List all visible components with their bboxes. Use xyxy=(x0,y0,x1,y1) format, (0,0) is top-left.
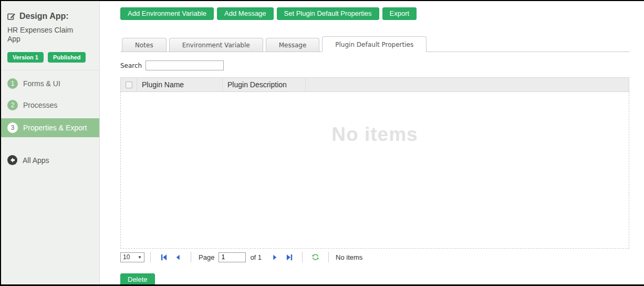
app-window: Design App: HR Expenses Claim App Versio… xyxy=(0,0,644,286)
pager-divider xyxy=(302,252,303,262)
delete-button[interactable]: Delete xyxy=(120,273,155,286)
tab-bar: Notes Environment Variable Message Plugi… xyxy=(120,36,629,52)
pager-divider xyxy=(191,252,191,262)
page-size-value: 10 xyxy=(123,253,130,261)
page-label: Page xyxy=(199,253,214,261)
page-of-label: of 1 xyxy=(250,253,262,261)
add-message-button[interactable]: Add Message xyxy=(217,7,274,20)
sidebar-item-label: Processes xyxy=(23,101,57,109)
header-cell-select xyxy=(121,78,137,91)
search-input[interactable] xyxy=(146,60,224,70)
search-label: Search xyxy=(120,62,142,69)
add-environment-variable-button[interactable]: Add Environment Variable xyxy=(120,7,214,20)
all-apps-label: All Apps xyxy=(23,156,49,165)
previous-page-icon[interactable] xyxy=(173,253,182,261)
sidebar-item-label: Forms & UI xyxy=(23,79,60,88)
export-button[interactable]: Export xyxy=(382,7,417,20)
main-content: Add Environment Variable Add Message Set… xyxy=(120,1,629,286)
table-body: No items xyxy=(120,92,629,249)
search-row: Search xyxy=(120,60,629,70)
sidebar-item-forms-ui[interactable]: 1 Forms & UI xyxy=(1,75,99,92)
table-header-row: Plugin Name Plugin Description xyxy=(120,77,629,92)
header-cell-filler xyxy=(306,78,629,91)
tab-message[interactable]: Message xyxy=(266,38,320,52)
page-title: Design App: xyxy=(19,12,69,21)
header-cell-plugin-description[interactable]: Plugin Description xyxy=(223,78,306,91)
sidebar-item-label: Properties & Export xyxy=(23,124,87,132)
sidebar-header: Design App: HR Expenses Claim App Versio… xyxy=(1,1,99,70)
pager-divider xyxy=(328,252,329,262)
pagination-bar: 10 ▼ Page of 1 xyxy=(120,251,629,263)
select-all-checkbox[interactable] xyxy=(126,81,132,88)
tab-plugin-default-properties[interactable]: Plugin Default Properties xyxy=(322,36,427,52)
pager-divider xyxy=(150,252,151,262)
sidebar-item-properties-export[interactable]: 3 Properties & Export xyxy=(1,118,99,137)
tab-environment-variable[interactable]: Environment Variable xyxy=(169,38,263,52)
pager-status-text: No items xyxy=(336,253,362,261)
tab-notes[interactable]: Notes xyxy=(122,38,167,52)
set-plugin-default-properties-button[interactable]: Set Plugin Default Properties xyxy=(277,7,379,20)
version-badge[interactable]: Version 1 xyxy=(7,52,44,63)
refresh-icon[interactable] xyxy=(311,253,320,261)
published-badge[interactable]: Published xyxy=(48,52,86,63)
back-arrow-icon xyxy=(7,155,17,165)
page-size-select[interactable]: 10 ▼ xyxy=(120,252,144,262)
step-2-circle: 2 xyxy=(7,100,18,110)
step-1-circle: 1 xyxy=(7,78,18,89)
next-page-icon[interactable] xyxy=(271,253,279,261)
toolbar: Add Environment Variable Add Message Set… xyxy=(120,7,629,20)
sidebar-menu: 1 Forms & UI 2 Processes 3 Properties & … xyxy=(1,75,99,137)
last-page-icon[interactable] xyxy=(285,253,294,261)
sidebar-item-all-apps[interactable]: All Apps xyxy=(1,152,99,168)
first-page-icon[interactable] xyxy=(159,253,168,261)
edit-pencil-icon xyxy=(7,12,16,21)
step-3-circle: 3 xyxy=(7,122,18,133)
header-cell-plugin-name[interactable]: Plugin Name xyxy=(137,78,223,91)
empty-state-text: No items xyxy=(121,124,629,146)
app-name: HR Expenses Claim App xyxy=(7,26,81,44)
chevron-down-icon: ▼ xyxy=(138,255,142,260)
sidebar: Design App: HR Expenses Claim App Versio… xyxy=(1,1,100,284)
sidebar-item-processes[interactable]: 2 Processes xyxy=(1,97,99,114)
page-number-input[interactable] xyxy=(219,252,246,262)
plugin-table: Plugin Name Plugin Description No items … xyxy=(120,77,629,263)
